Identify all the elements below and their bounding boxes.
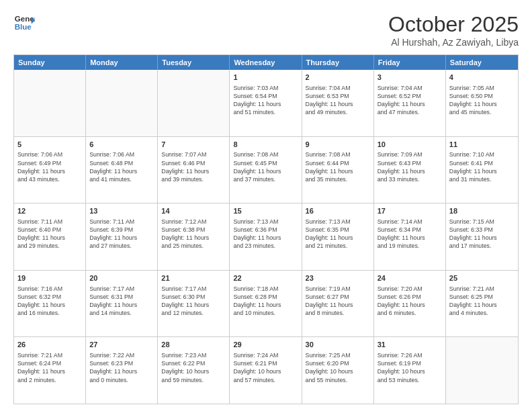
svg-text:Blue: Blue	[15, 23, 32, 31]
calendar-cell-day-25: 25Sunrise: 7:21 AM Sunset: 6:25 PM Dayli…	[446, 271, 518, 337]
calendar-cell-day-7: 7Sunrise: 7:07 AM Sunset: 6:46 PM Daylig…	[158, 137, 230, 203]
day-info: Sunrise: 7:17 AM Sunset: 6:30 PM Dayligh…	[161, 285, 226, 318]
day-info: Sunrise: 7:10 AM Sunset: 6:41 PM Dayligh…	[449, 150, 515, 183]
day-number: 9	[306, 140, 370, 150]
day-number: 27	[89, 340, 154, 350]
weekday-header-saturday: Saturday	[446, 55, 518, 70]
day-info: Sunrise: 7:21 AM Sunset: 6:24 PM Dayligh…	[17, 351, 82, 384]
day-info: Sunrise: 7:11 AM Sunset: 6:40 PM Dayligh…	[17, 218, 82, 250]
day-number: 1	[233, 73, 298, 83]
calendar-cell-day-26: 26Sunrise: 7:21 AM Sunset: 6:24 PM Dayli…	[14, 337, 86, 404]
day-number: 25	[449, 273, 515, 283]
day-number: 5	[17, 140, 82, 150]
day-number: 10	[378, 140, 442, 150]
day-number: 28	[161, 340, 226, 350]
day-number: 21	[161, 273, 226, 283]
day-info: Sunrise: 7:24 AM Sunset: 6:21 PM Dayligh…	[233, 351, 298, 384]
calendar-cell-day-23: 23Sunrise: 7:19 AM Sunset: 6:27 PM Dayli…	[302, 271, 374, 337]
calendar-cell-day-17: 17Sunrise: 7:14 AM Sunset: 6:34 PM Dayli…	[374, 203, 446, 270]
calendar-header: SundayMondayTuesdayWednesdayThursdayFrid…	[14, 55, 518, 70]
day-info: Sunrise: 7:08 AM Sunset: 6:44 PM Dayligh…	[306, 150, 370, 183]
day-info: Sunrise: 7:25 AM Sunset: 6:20 PM Dayligh…	[306, 351, 370, 384]
day-info: Sunrise: 7:06 AM Sunset: 6:48 PM Dayligh…	[89, 150, 154, 183]
calendar-cell-day-5: 5Sunrise: 7:06 AM Sunset: 6:49 PM Daylig…	[14, 137, 86, 203]
day-number: 15	[233, 206, 298, 216]
day-number: 20	[89, 273, 154, 283]
day-info: Sunrise: 7:12 AM Sunset: 6:38 PM Dayligh…	[161, 218, 226, 250]
day-number: 22	[233, 273, 298, 283]
weekday-header-tuesday: Tuesday	[158, 55, 230, 70]
day-number: 12	[17, 206, 82, 216]
calendar-row-1: 1Sunrise: 7:03 AM Sunset: 6:54 PM Daylig…	[14, 70, 518, 136]
day-info: Sunrise: 7:04 AM Sunset: 6:53 PM Dayligh…	[306, 84, 370, 117]
calendar-cell-day-15: 15Sunrise: 7:13 AM Sunset: 6:36 PM Dayli…	[230, 203, 302, 270]
day-number: 14	[161, 206, 226, 216]
location: Al Hurshah, Az Zawiyah, Libya	[388, 37, 519, 48]
calendar-cell-day-2: 2Sunrise: 7:04 AM Sunset: 6:53 PM Daylig…	[302, 70, 374, 136]
calendar-row-5: 26Sunrise: 7:21 AM Sunset: 6:24 PM Dayli…	[14, 336, 518, 404]
day-info: Sunrise: 7:13 AM Sunset: 6:36 PM Dayligh…	[233, 218, 298, 250]
calendar-row-3: 12Sunrise: 7:11 AM Sunset: 6:40 PM Dayli…	[14, 203, 518, 270]
calendar-cell-day-18: 18Sunrise: 7:15 AM Sunset: 6:33 PM Dayli…	[446, 203, 518, 270]
day-number: 19	[17, 273, 82, 283]
day-number: 3	[378, 73, 442, 83]
calendar-cell-day-6: 6Sunrise: 7:06 AM Sunset: 6:48 PM Daylig…	[86, 137, 158, 203]
day-number: 7	[161, 140, 226, 150]
calendar-cell-day-22: 22Sunrise: 7:18 AM Sunset: 6:28 PM Dayli…	[230, 271, 302, 337]
weekday-header-wednesday: Wednesday	[230, 55, 302, 70]
page: General Blue October 2025 Al Hurshah, Az…	[0, 0, 532, 411]
calendar-cell-day-29: 29Sunrise: 7:24 AM Sunset: 6:21 PM Dayli…	[230, 337, 302, 404]
calendar-cell-day-4: 4Sunrise: 7:05 AM Sunset: 6:50 PM Daylig…	[446, 70, 518, 136]
calendar-cell-day-21: 21Sunrise: 7:17 AM Sunset: 6:30 PM Dayli…	[158, 271, 230, 337]
calendar-cell-day-11: 11Sunrise: 7:10 AM Sunset: 6:41 PM Dayli…	[446, 137, 518, 203]
day-info: Sunrise: 7:05 AM Sunset: 6:50 PM Dayligh…	[449, 84, 515, 117]
calendar-cell-day-28: 28Sunrise: 7:23 AM Sunset: 6:22 PM Dayli…	[158, 337, 230, 404]
day-number: 29	[233, 340, 298, 350]
day-number: 30	[306, 340, 370, 350]
calendar-cell-day-3: 3Sunrise: 7:04 AM Sunset: 6:52 PM Daylig…	[374, 70, 446, 136]
day-info: Sunrise: 7:21 AM Sunset: 6:25 PM Dayligh…	[449, 285, 515, 318]
day-info: Sunrise: 7:14 AM Sunset: 6:34 PM Dayligh…	[378, 218, 442, 250]
day-info: Sunrise: 7:19 AM Sunset: 6:27 PM Dayligh…	[306, 285, 370, 318]
day-number: 11	[449, 140, 515, 150]
calendar-cell-day-14: 14Sunrise: 7:12 AM Sunset: 6:38 PM Dayli…	[158, 203, 230, 270]
calendar-cell-day-9: 9Sunrise: 7:08 AM Sunset: 6:44 PM Daylig…	[302, 137, 374, 203]
day-info: Sunrise: 7:23 AM Sunset: 6:22 PM Dayligh…	[161, 351, 226, 384]
calendar-cell-day-31: 31Sunrise: 7:26 AM Sunset: 6:19 PM Dayli…	[374, 337, 446, 404]
day-info: Sunrise: 7:15 AM Sunset: 6:33 PM Dayligh…	[449, 218, 515, 250]
month-title: October 2025	[388, 12, 519, 37]
header: General Blue October 2025 Al Hurshah, Az…	[13, 12, 519, 48]
day-info: Sunrise: 7:03 AM Sunset: 6:54 PM Dayligh…	[233, 84, 298, 117]
calendar-cell-day-27: 27Sunrise: 7:22 AM Sunset: 6:23 PM Dayli…	[86, 337, 158, 404]
calendar-cell-day-20: 20Sunrise: 7:17 AM Sunset: 6:31 PM Dayli…	[86, 271, 158, 337]
day-info: Sunrise: 7:08 AM Sunset: 6:45 PM Dayligh…	[233, 150, 298, 183]
calendar-cell-day-12: 12Sunrise: 7:11 AM Sunset: 6:40 PM Dayli…	[14, 203, 86, 270]
calendar-cell-day-16: 16Sunrise: 7:13 AM Sunset: 6:35 PM Dayli…	[302, 203, 374, 270]
day-number: 4	[449, 73, 515, 83]
day-info: Sunrise: 7:04 AM Sunset: 6:52 PM Dayligh…	[378, 84, 442, 117]
day-info: Sunrise: 7:26 AM Sunset: 6:19 PM Dayligh…	[378, 351, 442, 384]
day-info: Sunrise: 7:16 AM Sunset: 6:32 PM Dayligh…	[17, 285, 82, 318]
calendar-row-4: 19Sunrise: 7:16 AM Sunset: 6:32 PM Dayli…	[14, 270, 518, 337]
title-block: October 2025 Al Hurshah, Az Zawiyah, Lib…	[388, 12, 519, 48]
day-info: Sunrise: 7:13 AM Sunset: 6:35 PM Dayligh…	[306, 218, 370, 250]
day-info: Sunrise: 7:18 AM Sunset: 6:28 PM Dayligh…	[233, 285, 298, 318]
calendar-cell-day-24: 24Sunrise: 7:20 AM Sunset: 6:26 PM Dayli…	[374, 271, 446, 337]
day-info: Sunrise: 7:06 AM Sunset: 6:49 PM Dayligh…	[17, 150, 82, 183]
calendar-row-2: 5Sunrise: 7:06 AM Sunset: 6:49 PM Daylig…	[14, 136, 518, 203]
day-info: Sunrise: 7:07 AM Sunset: 6:46 PM Dayligh…	[161, 150, 226, 183]
weekday-header-thursday: Thursday	[302, 55, 374, 70]
calendar-cell-day-8: 8Sunrise: 7:08 AM Sunset: 6:45 PM Daylig…	[230, 137, 302, 203]
logo: General Blue	[13, 12, 35, 34]
day-number: 26	[17, 340, 82, 350]
calendar-cell-empty	[86, 70, 158, 136]
day-number: 13	[89, 206, 154, 216]
day-number: 17	[378, 206, 442, 216]
day-number: 24	[378, 273, 442, 283]
calendar-cell-day-1: 1Sunrise: 7:03 AM Sunset: 6:54 PM Daylig…	[230, 70, 302, 136]
day-info: Sunrise: 7:22 AM Sunset: 6:23 PM Dayligh…	[89, 351, 154, 384]
calendar-cell-day-30: 30Sunrise: 7:25 AM Sunset: 6:20 PM Dayli…	[302, 337, 374, 404]
weekday-header-monday: Monday	[86, 55, 158, 70]
calendar-body: 1Sunrise: 7:03 AM Sunset: 6:54 PM Daylig…	[14, 70, 518, 404]
weekday-header-sunday: Sunday	[14, 55, 86, 70]
